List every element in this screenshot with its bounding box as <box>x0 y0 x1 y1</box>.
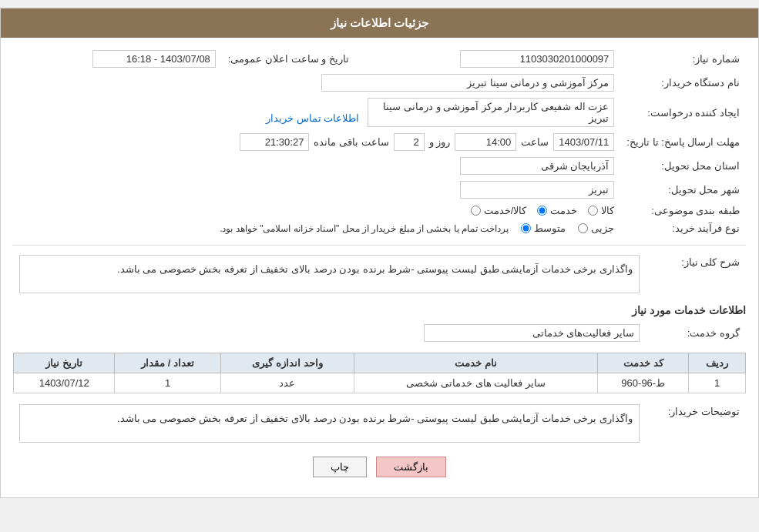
col-name: نام خدمت <box>354 353 598 373</box>
response-date-field: 1403/07/11 <box>553 133 614 151</box>
col-unit: واحد اندازه گیری <box>220 353 354 373</box>
response-time-field: 14:00 <box>455 133 516 151</box>
announcement-value: 1403/07/08 - 16:18 <box>13 47 222 71</box>
remaining-field: 21:30:27 <box>240 133 309 151</box>
cell-quantity: 1 <box>115 373 220 393</box>
cell-unit: عدد <box>220 373 354 393</box>
deadline-value: 1403/07/11 ساعت 14:00 روز و 2 ساعت باقی … <box>13 130 620 154</box>
purchase-type-row: نوع فرآیند خرید: جزیی متوسط پرداخت تمام … <box>13 219 746 237</box>
requester-field: عزت اله شفیعی کاربردار مرکز آموزشی و درم… <box>368 98 614 127</box>
buyer-description-section: توضیحات خریدار: واگذاری برخی خدمات آزمای… <box>13 401 746 446</box>
buyer-org-field: مرکز آموزشی و درمانی سینا تبریز <box>321 74 614 92</box>
service-group-row: گروه خدمت: سایر فعالیت‌های خدماتی <box>13 321 746 345</box>
requester-value: عزت اله شفیعی کاربردار مرکز آموزشی و درم… <box>13 95 620 130</box>
service-group-table: گروه خدمت: سایر فعالیت‌های خدماتی <box>13 321 746 345</box>
description-row: شرح کلی نیاز: واگذاری برخی خدمات آزمایشی… <box>13 252 746 296</box>
requester-row: ایجاد کننده درخواست: عزت اله شفیعی کاربر… <box>13 95 746 130</box>
city-label: شهر محل تحویل: <box>620 178 746 202</box>
requester-label: ایجاد کننده درخواست: <box>620 95 746 130</box>
cell-code: ط-96-960 <box>598 373 689 393</box>
deadline-row: مهلت ارسال پاسخ: تا تاریخ: 1403/07/11 سا… <box>13 130 746 154</box>
category-value: کالا خدمت کالا/خدمت <box>13 202 620 219</box>
buyer-description-value-cell: واگذاری برخی خدمات آزمایشی طبق لیست پیوس… <box>13 401 646 446</box>
buyer-org-label: نام دستگاه خریدار: <box>620 71 746 95</box>
response-days-label: روز و <box>429 136 451 148</box>
services-table: ردیف کد خدمت نام خدمت واحد اندازه گیری ت… <box>13 353 746 393</box>
announcement-field: 1403/07/08 - 16:18 <box>92 50 216 68</box>
print-button[interactable]: چاپ <box>313 457 367 477</box>
deadline-row-inline: 1403/07/11 ساعت 14:00 روز و 2 ساعت باقی … <box>19 133 614 151</box>
province-field: آذربایجان شرقی <box>460 157 614 175</box>
table-row: 1ط-96-960سایر فعالیت های خدماتی شخصیعدد1… <box>14 373 746 393</box>
col-row: ردیف <box>689 353 746 373</box>
deadline-label: مهلت ارسال پاسخ: تا تاریخ: <box>620 130 746 154</box>
type-motavaset[interactable]: متوسط <box>521 223 566 234</box>
cell-row: 1 <box>689 373 746 393</box>
buyer-description-label: توضیحات خریدار: <box>646 401 746 446</box>
category-kala-khedmat[interactable]: کالا/خدمت <box>471 205 527 216</box>
response-days-field: 2 <box>394 133 425 151</box>
divider-1 <box>13 245 746 246</box>
description-box: واگذاری برخی خدمات آزمایشی طبق لیست پیوس… <box>19 255 640 293</box>
city-value: تبریز <box>13 178 620 202</box>
city-row: شهر محل تحویل: تبریز <box>13 178 746 202</box>
back-button[interactable]: بازگشت <box>376 457 446 477</box>
service-group-value: سایر فعالیت‌های خدماتی <box>13 321 646 345</box>
description-section: شرح کلی نیاز: واگذاری برخی خدمات آزمایشی… <box>13 252 746 296</box>
footer-buttons: بازگشت چاپ <box>13 457 746 477</box>
province-row: استان محل تحویل: آذربایجان شرقی <box>13 154 746 178</box>
remaining-label: ساعت باقی مانده <box>314 136 388 148</box>
cell-name: سایر فعالیت های خدماتی شخصی <box>354 373 598 393</box>
page-title: جزئیات اطلاعات نیاز <box>331 16 428 29</box>
main-container: جزئیات اطلاعات نیاز شماره نیاز: 11030302… <box>0 8 759 498</box>
type-jozii-radio[interactable] <box>578 223 588 233</box>
service-group-field: سایر فعالیت‌های خدماتی <box>424 324 640 342</box>
purchase-type-row-inline: جزیی متوسط پرداخت تمام یا بخشی از مبلغ خ… <box>19 223 614 234</box>
province-value: آذربایجان شرقی <box>13 154 620 178</box>
response-time-label: ساعت <box>521 136 549 148</box>
col-quantity: تعداد / مقدار <box>115 353 220 373</box>
category-kala-radio[interactable] <box>588 206 598 216</box>
type-jozii[interactable]: جزیی <box>578 223 614 234</box>
category-row: طبقه بندی موضوعی: کالا خدمت کالا/خدمت <box>13 202 746 219</box>
info-table: شماره نیاز: 1103030201000097 تاریخ و ساع… <box>13 47 746 237</box>
col-code: کد خدمت <box>598 353 689 373</box>
contact-link[interactable]: اطلاعات تماس خریدار <box>266 112 359 124</box>
purchase-type-label: نوع فرآیند خرید: <box>620 219 746 237</box>
buyer-description-box: واگذاری برخی خدمات آزمایشی طبق لیست پیوس… <box>19 404 640 443</box>
category-khedmat-radio[interactable] <box>537 206 547 216</box>
services-table-body: 1ط-96-960سایر فعالیت های خدماتی شخصیعدد1… <box>14 373 746 393</box>
cell-date: 1403/07/12 <box>14 373 115 393</box>
services-header-row: ردیف کد خدمت نام خدمت واحد اندازه گیری ت… <box>14 353 746 373</box>
services-table-header: ردیف کد خدمت نام خدمت واحد اندازه گیری ت… <box>14 353 746 373</box>
category-kala-khedmat-radio[interactable] <box>471 206 481 216</box>
category-radio-group: کالا خدمت کالا/خدمت <box>19 205 614 216</box>
content-area: شماره نیاز: 1103030201000097 تاریخ و ساع… <box>1 38 758 497</box>
category-label: طبقه بندی موضوعی: <box>620 202 746 219</box>
city-field: تبریز <box>460 181 614 199</box>
purchase-note: پرداخت تمام یا بخشی از مبلغ خریدار از مح… <box>220 223 509 234</box>
purchase-type-value: جزیی متوسط پرداخت تمام یا بخشی از مبلغ خ… <box>13 219 620 237</box>
need-number-field: 1103030201000097 <box>460 50 614 68</box>
announcement-label: تاریخ و ساعت اعلان عمومی: <box>222 47 364 71</box>
need-number-label: شماره نیاز: <box>620 47 746 71</box>
need-number-row: شماره نیاز: 1103030201000097 تاریخ و ساع… <box>13 47 746 71</box>
description-value-cell: واگذاری برخی خدمات آزمایشی طبق لیست پیوس… <box>13 252 646 296</box>
type-motavaset-radio[interactable] <box>521 223 531 233</box>
service-group-label: گروه خدمت: <box>646 321 746 345</box>
buyer-org-value: مرکز آموزشی و درمانی سینا تبریز <box>13 71 620 95</box>
category-khedmat[interactable]: خدمت <box>537 205 577 216</box>
col-date: تاریخ نیاز <box>14 353 115 373</box>
description-label: شرح کلی نیاز: <box>646 252 746 296</box>
need-number-value: 1103030201000097 <box>364 47 620 71</box>
services-section-title: اطلاعات خدمات مورد نیاز <box>13 304 746 316</box>
page-header: جزئیات اطلاعات نیاز <box>1 8 758 38</box>
category-kala[interactable]: کالا <box>588 205 614 216</box>
province-label: استان محل تحویل: <box>620 154 746 178</box>
buyer-description-row: توضیحات خریدار: واگذاری برخی خدمات آزمای… <box>13 401 746 446</box>
buyer-org-row: نام دستگاه خریدار: مرکز آموزشی و درمانی … <box>13 71 746 95</box>
